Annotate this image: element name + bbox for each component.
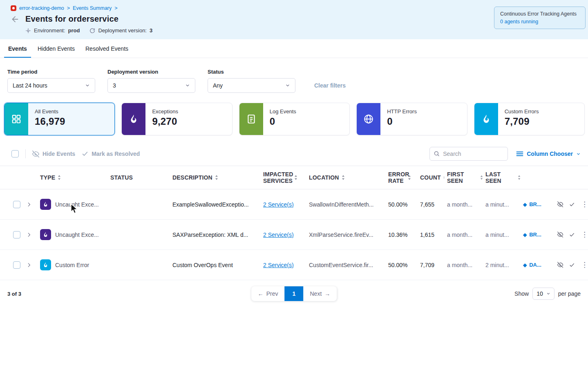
card-exceptions[interactable]: Exceptions 9,270 [121, 103, 232, 135]
hide-event-icon[interactable] [557, 201, 563, 208]
resolve-event-icon[interactable] [569, 232, 575, 238]
sort-icon [294, 175, 297, 180]
sort-icon [443, 175, 445, 180]
hide-event-icon[interactable] [557, 231, 563, 238]
mark-resolved-button[interactable]: Mark as Resolved [82, 151, 140, 157]
card-value: 0 [387, 116, 417, 127]
agents-running-link[interactable]: 0 agents running [500, 19, 579, 25]
sort-icon [408, 175, 411, 180]
row-menu-icon[interactable]: ⋮ [581, 231, 588, 238]
time-period-label: Time period [7, 69, 95, 75]
row-checkbox[interactable] [13, 201, 20, 208]
service-tag-link[interactable]: ◆DA... [523, 262, 557, 268]
event-location: SwallowInDifferentMeth... [309, 201, 388, 208]
column-header-error-rate[interactable]: Error Rate [388, 171, 420, 184]
table-row[interactable]: Uncaught Exce... ExampleSwallowedExcepti… [0, 189, 588, 220]
breadcrumb-project-link[interactable]: error-tracking-demo [19, 5, 64, 11]
table-action-bar: Hide Events Mark as Resolved Column Choo… [0, 141, 588, 166]
page-header: error-tracking-demo > Events Summary > E… [0, 0, 588, 39]
breadcrumb-section-link[interactable]: Events Summary [73, 5, 112, 11]
column-header-count[interactable]: Count [420, 174, 447, 181]
chevron-right-icon [26, 202, 32, 207]
service-tag-link[interactable]: ◆BR... [523, 201, 557, 207]
error-rate-value: 10.36% [388, 232, 420, 238]
row-menu-icon[interactable]: ⋮ [581, 261, 588, 268]
tab-bar: Events Hidden Events Resolved Events [0, 39, 588, 58]
page-1-button[interactable]: 1 [285, 286, 304, 301]
filter-bar: Time period Last 24 hours Deployment ver… [0, 58, 588, 96]
page-title: Events for orderservice [25, 14, 118, 24]
column-header-type[interactable]: Type [40, 174, 110, 181]
card-label: Exceptions [152, 108, 178, 115]
column-header-impacted-services[interactable]: Impacted Services [263, 171, 309, 184]
row-menu-icon[interactable]: ⋮ [581, 201, 588, 208]
column-header-description[interactable]: Description [172, 174, 263, 181]
expand-row-button[interactable] [26, 262, 40, 268]
breadcrumb-separator: > [67, 5, 70, 11]
error-rate-value: 50.00% [388, 262, 420, 268]
events-table: Type Status Description Impacted Service… [0, 166, 588, 280]
page-size-select[interactable]: 10 [532, 288, 554, 300]
sort-icon [342, 175, 345, 180]
card-log-events[interactable]: Log Events 0 [239, 103, 350, 135]
time-period-select[interactable]: Last 24 hours [7, 78, 95, 93]
event-type-label: Uncaught Exce... [55, 201, 102, 208]
error-rate-value: 50.00% [388, 201, 420, 208]
table-header-row: Type Status Description Impacted Service… [0, 166, 588, 189]
count-value: 7,709 [420, 262, 447, 268]
next-page-button[interactable]: Next→ [304, 286, 337, 301]
card-value: 7,709 [505, 116, 539, 127]
expand-row-button[interactable] [26, 202, 40, 207]
card-label: Custom Errors [505, 108, 539, 115]
deployment-version-select[interactable]: 3 [107, 78, 195, 93]
globe-icon [357, 103, 380, 135]
hide-events-button[interactable]: Hide Events [32, 151, 75, 157]
chevron-down-icon [546, 292, 550, 296]
resolve-event-icon[interactable] [569, 201, 575, 208]
search-input[interactable] [429, 147, 508, 161]
tab-events[interactable]: Events [7, 39, 28, 58]
card-all-events[interactable]: All Events 16,979 [4, 103, 115, 135]
card-custom-errors[interactable]: Custom Errors 7,709 [474, 103, 585, 135]
tab-hidden-events[interactable]: Hidden Events [37, 39, 76, 58]
status-select[interactable]: Any [208, 78, 295, 93]
select-all-checkbox[interactable] [11, 150, 19, 157]
impacted-services-link[interactable]: 2 Service(s) [263, 262, 294, 268]
first-seen-value: a month... [447, 201, 485, 208]
impacted-services-link[interactable]: 2 Service(s) [263, 232, 294, 238]
document-icon [239, 103, 263, 135]
card-http-errors[interactable]: HTTP Errors 0 [356, 103, 467, 135]
breadcrumb-separator: > [114, 5, 117, 11]
hide-event-icon[interactable] [557, 261, 563, 268]
row-checkbox[interactable] [13, 231, 20, 238]
chevron-down-icon [285, 83, 290, 88]
flame-icon [122, 103, 145, 135]
event-summary-cards: All Events 16,979 Exceptions 9,270 Log E… [0, 96, 588, 141]
event-description: Custom OverOps Event [172, 262, 263, 268]
column-header-last-seen[interactable]: Last Seen [485, 171, 523, 184]
environment-icon [25, 28, 31, 34]
clear-filters-button[interactable]: Clear filters [314, 82, 346, 89]
back-button[interactable] [11, 15, 20, 24]
column-chooser-button[interactable]: Column Chooser [516, 151, 581, 157]
prev-page-button[interactable]: ←Prev [251, 286, 285, 301]
table-row[interactable]: Custom Error Custom OverOps Event 2 Serv… [0, 250, 588, 280]
event-location: CustomEventService.fir... [309, 262, 388, 268]
column-header-status[interactable]: Status [110, 174, 172, 181]
table-row[interactable]: Uncaught Exce... SAXParseException: XML … [0, 220, 588, 250]
column-header-location[interactable]: Location [309, 174, 388, 181]
event-description: SAXParseException: XML d... [172, 232, 263, 238]
expand-row-button[interactable] [26, 232, 40, 238]
tab-resolved-events[interactable]: Resolved Events [85, 39, 129, 58]
search-icon [434, 151, 440, 157]
row-checkbox[interactable] [13, 261, 20, 269]
grid-icon [4, 103, 28, 135]
column-header-first-seen[interactable]: First Seen [447, 171, 485, 184]
environment-meta: Environment: prod [25, 27, 80, 34]
impacted-services-link[interactable]: 2 Service(s) [263, 201, 294, 208]
resolve-event-icon[interactable] [569, 262, 575, 268]
card-label: HTTP Errors [387, 108, 417, 115]
deployment-label: Deployment version: [98, 27, 147, 34]
sort-icon [58, 175, 61, 180]
service-tag-link[interactable]: ◆BR... [523, 232, 557, 238]
